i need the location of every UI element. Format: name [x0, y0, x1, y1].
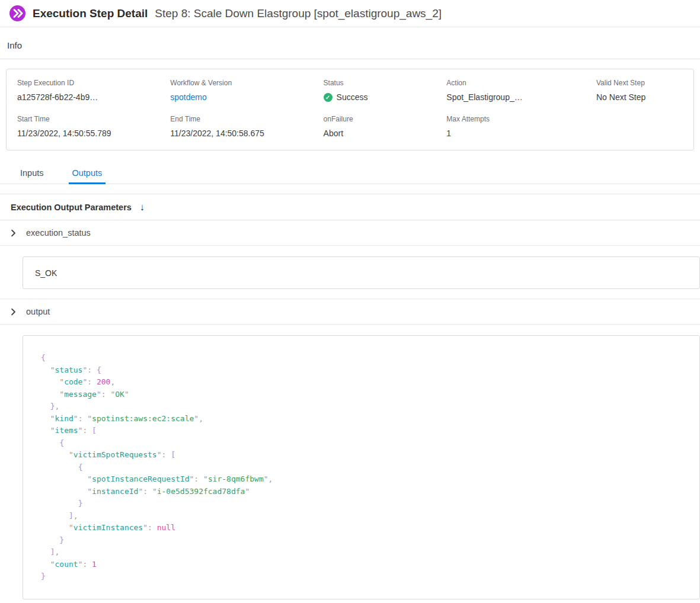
- param-row-execution-status[interactable]: execution_status: [0, 220, 700, 246]
- tab-inputs[interactable]: Inputs: [17, 163, 47, 184]
- param-row-output[interactable]: output: [0, 299, 700, 325]
- field-action: Action Spot_Elastigroup_…: [446, 79, 596, 102]
- page-title: Execution Step Detail: [33, 7, 148, 20]
- field-value: 11/23/2022, 14:50:55.789: [17, 129, 170, 138]
- field-valid-next-step: Valid Next Step No Next Step: [596, 79, 683, 102]
- execution-status-value: S_OK: [23, 256, 700, 289]
- status-text: Success: [337, 92, 368, 102]
- field-workflow-version: Workflow & Version spotdemo: [170, 79, 323, 102]
- field-value: Abort: [324, 129, 447, 138]
- output-params-title: Execution Output Parameters: [11, 203, 132, 212]
- status-badge: ✓ Success: [324, 92, 447, 102]
- info-section-label: Info: [0, 27, 700, 59]
- param-content: { "status": { "code": 200, "message": "O…: [0, 325, 700, 603]
- workflow-link[interactable]: spotdemo: [170, 92, 323, 102]
- field-step-execution-id: Step Execution ID a125728f-6b22-4b9…: [17, 79, 170, 102]
- field-end-time: End Time 11/23/2022, 14:50:58.675: [170, 115, 323, 138]
- page-subtitle: Step 8: Scale Down Elastgroup [spot_elas…: [155, 7, 442, 20]
- field-value: 1: [446, 129, 596, 138]
- output-params-header: Execution Output Parameters ↓: [0, 194, 700, 220]
- field-label: Status: [324, 79, 447, 87]
- field-label: onFailure: [324, 115, 447, 123]
- app-logo-icon: [9, 5, 25, 21]
- field-onfailure: onFailure Abort: [324, 115, 447, 138]
- field-label: Start Time: [17, 115, 170, 123]
- field-value: Spot_Elastigroup_…: [446, 92, 596, 102]
- tab-bar: Inputs Outputs: [0, 160, 700, 184]
- field-value: 11/23/2022, 14:50:58.675: [170, 129, 323, 138]
- field-label: Workflow & Version: [170, 79, 323, 87]
- param-name: execution_status: [26, 228, 91, 238]
- field-value: No Next Step: [596, 92, 683, 102]
- field-status: Status ✓ Success: [324, 79, 447, 102]
- app-header: Execution Step Detail Step 8: Scale Down…: [0, 0, 700, 27]
- param-name: output: [26, 307, 50, 316]
- param-output: output { "status": { "code": 200, "messa…: [0, 299, 700, 603]
- tab-outputs[interactable]: Outputs: [69, 163, 106, 184]
- collapse-all-icon[interactable]: ↓: [140, 202, 145, 213]
- success-check-icon: ✓: [324, 93, 333, 102]
- field-label: Valid Next Step: [596, 79, 683, 87]
- field-label: Max Attempts: [446, 115, 596, 123]
- field-value: a125728f-6b22-4b9…: [17, 92, 170, 102]
- chevron-right-icon: [9, 308, 17, 316]
- output-json-value: { "status": { "code": 200, "message": "O…: [41, 352, 682, 583]
- field-label: Step Execution ID: [17, 79, 170, 87]
- param-execution-status: execution_status S_OK: [0, 220, 700, 299]
- info-card: Step Execution ID a125728f-6b22-4b9… Wor…: [6, 69, 694, 150]
- output-json-box: { "status": { "code": 200, "message": "O…: [23, 335, 700, 599]
- chevron-right-icon: [9, 229, 17, 237]
- field-start-time: Start Time 11/23/2022, 14:50:55.789: [17, 115, 170, 138]
- param-content: S_OK: [0, 246, 700, 299]
- field-label: Action: [446, 79, 596, 87]
- field-max-attempts: Max Attempts 1: [446, 115, 596, 138]
- field-label: End Time: [170, 115, 323, 123]
